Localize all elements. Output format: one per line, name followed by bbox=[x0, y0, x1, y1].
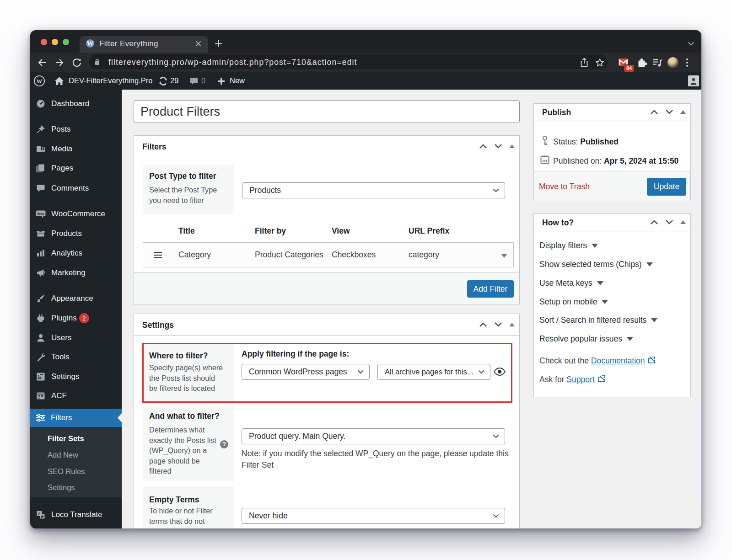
svg-text:W: W bbox=[87, 40, 94, 47]
svg-text:Woo: Woo bbox=[37, 212, 45, 216]
svg-text:W: W bbox=[37, 78, 43, 85]
